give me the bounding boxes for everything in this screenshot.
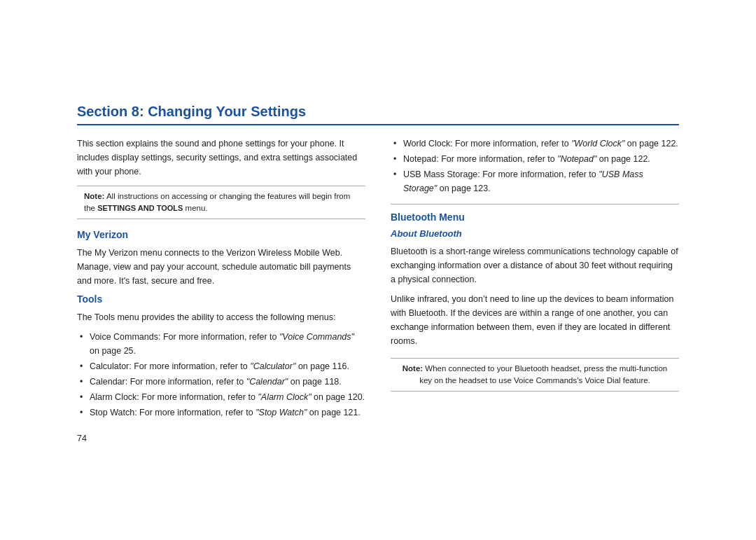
tools-item-3: Alarm Clock: For more information, refer… [90, 392, 365, 402]
list-item: USB Mass Storage: For more information, … [393, 167, 679, 195]
bluetooth-para2: Unlike infrared, you don’t need to line … [391, 292, 679, 348]
tools-title: Tools [77, 293, 365, 305]
right-item-1: Notepad: For more information, refer to … [403, 154, 650, 164]
tools-item-4: Stop Watch: For more information, refer … [90, 408, 360, 417]
tools-item-0: Voice Commands: For more information, re… [90, 332, 354, 356]
note-bottom-text: When connected to your Bluetooth headset… [419, 364, 667, 385]
list-item: Calculator: For more information, refer … [80, 359, 365, 373]
right-item-2: USB Mass Storage: For more information, … [403, 169, 643, 193]
right-item-0: World Clock: For more information, refer… [403, 139, 678, 148]
bluetooth-para1: Bluetooth is a short-range wireless comm… [391, 244, 679, 286]
page-number: 74 [77, 434, 365, 443]
section-title: Section 8: Changing Your Settings [77, 104, 679, 125]
tools-item-2: Calendar: For more information, refer to… [90, 377, 342, 387]
my-verizon-body: The My Verizon menu connects to the Veri… [77, 246, 365, 288]
list-item: World Clock: For more information, refer… [393, 137, 679, 151]
note-text2: menu. [183, 204, 207, 212]
tools-list: Voice Commands: For more information, re… [77, 330, 365, 420]
intro-paragraph: This section explains the sound and phon… [77, 137, 365, 179]
left-column: This section explains the sound and phon… [77, 137, 365, 444]
note-bottom-bold: Note: [402, 364, 423, 373]
right-bullets-list: World Clock: For more information, refer… [391, 137, 679, 195]
note-bold-label: Note: [84, 192, 104, 200]
right-column: World Clock: For more information, refer… [391, 137, 679, 444]
list-item: Stop Watch: For more information, refer … [80, 406, 365, 420]
two-column-layout: This section explains the sound and phon… [77, 137, 679, 444]
tools-item-1: Calculator: For more information, refer … [90, 361, 349, 371]
list-item: Voice Commands: For more information, re… [80, 330, 365, 358]
page-container: Section 8: Changing Your Settings This s… [56, 76, 700, 465]
list-item: Calendar: For more information, refer to… [80, 375, 365, 389]
note-box-bottom: Note: When connected to your Bluetooth h… [391, 358, 679, 392]
settings-tools-label: SETTINGS AND TOOLS [97, 204, 183, 212]
tools-intro: The Tools menu provides the ability to a… [77, 310, 365, 324]
bluetooth-subtitle: About Bluetooth [391, 228, 679, 239]
note-box-top: Note: All instructions on accessing or c… [77, 186, 365, 220]
bluetooth-title: Bluetooth Menu [391, 212, 679, 223]
my-verizon-title: My Verizon [77, 229, 365, 240]
list-item: Alarm Clock: For more information, refer… [80, 390, 365, 404]
col-divider [391, 204, 679, 205]
list-item: Notepad: For more information, refer to … [393, 152, 679, 166]
